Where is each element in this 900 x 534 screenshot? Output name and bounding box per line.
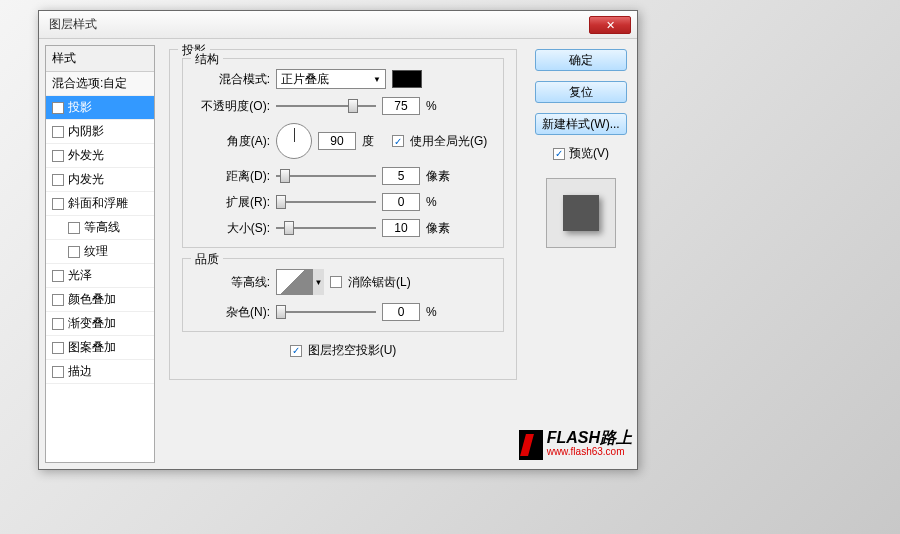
blend-mode-label: 混合模式: (195, 71, 270, 88)
checkbox-icon[interactable] (52, 342, 64, 354)
noise-input[interactable]: 0 (382, 303, 420, 321)
sidebar-item-drop-shadow[interactable]: 投影 (46, 96, 154, 120)
sidebar-item-label: 渐变叠加 (68, 315, 116, 332)
chevron-down-icon: ▼ (312, 269, 324, 295)
new-style-button[interactable]: 新建样式(W)... (535, 113, 627, 135)
checkbox-icon[interactable] (52, 126, 64, 138)
sidebar-item-pattern-overlay[interactable]: 图案叠加 (46, 336, 154, 360)
spread-unit: % (426, 195, 450, 209)
spread-row: 扩展(R): 0 % (195, 193, 491, 211)
noise-unit: % (426, 305, 450, 319)
checkbox-icon[interactable] (52, 294, 64, 306)
sidebar-item-label: 外发光 (68, 147, 104, 164)
checkbox-icon[interactable] (68, 246, 80, 258)
sidebar-item-label: 光泽 (68, 267, 92, 284)
flash-logo-icon (519, 430, 543, 460)
spread-input[interactable]: 0 (382, 193, 420, 211)
global-light-checkbox[interactable] (392, 135, 404, 147)
sidebar-blend-options[interactable]: 混合选项:自定 (46, 72, 154, 96)
sidebar-item-color-overlay[interactable]: 颜色叠加 (46, 288, 154, 312)
checkbox-icon[interactable] (52, 198, 64, 210)
watermark-url: www.flash63.com (547, 446, 632, 457)
sidebar-item-label: 内发光 (68, 171, 104, 188)
knockout-label: 图层挖空投影(U) (308, 342, 397, 359)
dialog-title: 图层样式 (45, 16, 589, 33)
spread-label: 扩展(R): (195, 194, 270, 211)
angle-input[interactable]: 90 (318, 132, 356, 150)
sidebar-item-label: 投影 (68, 99, 92, 116)
contour-row: 等高线: ▼ 消除锯齿(L) (195, 269, 491, 295)
close-button[interactable]: ✕ (589, 16, 631, 34)
blend-mode-row: 混合模式: 正片叠底 ▼ (195, 69, 491, 89)
checkbox-icon[interactable] (52, 102, 64, 114)
antialias-checkbox[interactable] (330, 276, 342, 288)
sidebar-item-satin[interactable]: 光泽 (46, 264, 154, 288)
group-title: 结构 (191, 51, 223, 68)
angle-dial[interactable] (276, 123, 312, 159)
opacity-input[interactable]: 75 (382, 97, 420, 115)
sidebar-item-label: 颜色叠加 (68, 291, 116, 308)
size-row: 大小(S): 10 像素 (195, 219, 491, 237)
checkbox-icon[interactable] (52, 318, 64, 330)
sidebar-item-label: 描边 (68, 363, 92, 380)
knockout-checkbox[interactable] (290, 345, 302, 357)
checkbox-icon[interactable] (68, 222, 80, 234)
sidebar-item-texture[interactable]: 纹理 (46, 240, 154, 264)
checkbox-icon[interactable] (52, 174, 64, 186)
opacity-row: 不透明度(O): 75 % (195, 97, 491, 115)
opacity-slider[interactable] (276, 98, 376, 114)
sidebar-item-label: 纹理 (84, 243, 108, 260)
distance-input[interactable]: 5 (382, 167, 420, 185)
contour-label: 等高线: (195, 274, 270, 291)
sidebar-item-label: 斜面和浮雕 (68, 195, 128, 212)
noise-label: 杂色(N): (195, 304, 270, 321)
cancel-button[interactable]: 复位 (535, 81, 627, 103)
layer-style-dialog: 图层样式 ✕ 样式 混合选项:自定 投影 内阴影 外发光 内发光 (38, 10, 638, 470)
preview-checkbox[interactable] (553, 148, 565, 160)
opacity-label: 不透明度(O): (195, 98, 270, 115)
sidebar-item-label: 等高线 (84, 219, 120, 236)
sidebar-item-label: 图案叠加 (68, 339, 116, 356)
sidebar-item-inner-glow[interactable]: 内发光 (46, 168, 154, 192)
sidebar-item-stroke[interactable]: 描边 (46, 360, 154, 384)
angle-row: 角度(A): 90 度 使用全局光(G) (195, 123, 491, 159)
spread-slider[interactable] (276, 194, 376, 210)
size-label: 大小(S): (195, 220, 270, 237)
ok-button[interactable]: 确定 (535, 49, 627, 71)
contour-picker[interactable]: ▼ (276, 269, 324, 295)
titlebar[interactable]: 图层样式 ✕ (39, 11, 637, 39)
angle-label: 角度(A): (195, 133, 270, 150)
sidebar-item-contour[interactable]: 等高线 (46, 216, 154, 240)
sidebar-item-gradient-overlay[interactable]: 渐变叠加 (46, 312, 154, 336)
checkbox-icon[interactable] (52, 270, 64, 282)
shadow-color-swatch[interactable] (392, 70, 422, 88)
angle-unit: 度 (362, 133, 386, 150)
global-light-label: 使用全局光(G) (410, 133, 487, 150)
main-panel: 投影 结构 混合模式: 正片叠底 ▼ 不透明度(O): 75 (161, 45, 525, 463)
drop-shadow-fieldset: 投影 结构 混合模式: 正片叠底 ▼ 不透明度(O): 75 (169, 49, 517, 380)
preview-swatch (563, 195, 599, 231)
contour-swatch-icon (276, 269, 312, 295)
sidebar-item-bevel[interactable]: 斜面和浮雕 (46, 192, 154, 216)
styles-sidebar: 样式 混合选项:自定 投影 内阴影 外发光 内发光 斜面和浮 (45, 45, 155, 463)
checkbox-icon[interactable] (52, 366, 64, 378)
noise-slider[interactable] (276, 304, 376, 320)
group-title: 品质 (191, 251, 223, 268)
chevron-down-icon: ▼ (373, 75, 381, 84)
distance-slider[interactable] (276, 168, 376, 184)
knockout-row: 图层挖空投影(U) (182, 342, 504, 359)
sidebar-item-label: 混合选项:自定 (52, 75, 127, 92)
blend-mode-select[interactable]: 正片叠底 ▼ (276, 69, 386, 89)
sidebar-item-inner-shadow[interactable]: 内阴影 (46, 120, 154, 144)
watermark: FLASH路上 www.flash63.com (519, 430, 632, 460)
size-slider[interactable] (276, 220, 376, 236)
opacity-unit: % (426, 99, 450, 113)
distance-unit: 像素 (426, 168, 450, 185)
size-input[interactable]: 10 (382, 219, 420, 237)
checkbox-icon[interactable] (52, 150, 64, 162)
watermark-text: FLASH路上 (547, 430, 632, 446)
size-unit: 像素 (426, 220, 450, 237)
sidebar-item-outer-glow[interactable]: 外发光 (46, 144, 154, 168)
preview-label: 预览(V) (569, 145, 609, 162)
noise-row: 杂色(N): 0 % (195, 303, 491, 321)
